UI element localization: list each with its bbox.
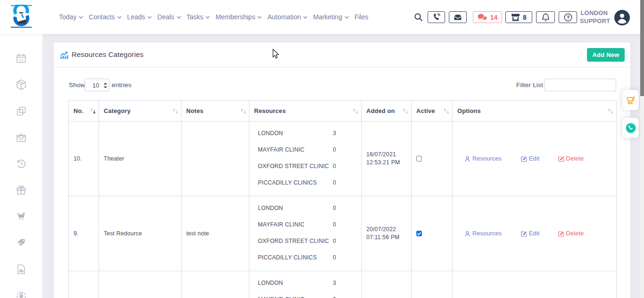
svg-text:?: ?	[566, 14, 569, 20]
svg-text:12: 12	[19, 58, 23, 62]
